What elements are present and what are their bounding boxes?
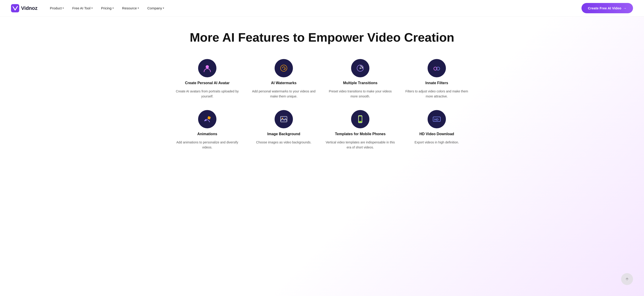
feature-card-hd-video-download: HD HD Video Download Export videos in hi…: [402, 110, 471, 150]
feature-card-innate-filters: Innate Filters Filters to adjust video c…: [402, 59, 471, 99]
feature-name-animations: Animations: [197, 132, 217, 136]
feature-name-image-background: Image Background: [267, 132, 300, 136]
nav-item-resource[interactable]: Resource▾: [119, 4, 142, 12]
feature-name-multiple-transitions: Multiple Transitions: [343, 81, 378, 85]
svg-rect-8: [207, 116, 211, 119]
svg-rect-0: [11, 4, 19, 12]
chevron-down-icon: ▾: [138, 7, 139, 9]
feature-desc-image-background: Choose images as video backgrounds.: [256, 140, 311, 145]
nav-item-free-ai-tool[interactable]: Free AI Tool▾: [69, 4, 96, 12]
filters-icon-wrap: [428, 59, 446, 77]
chevron-down-icon: ▾: [163, 7, 164, 9]
feature-card-image-background: Image Background Choose images as video …: [249, 110, 318, 150]
feature-card-ai-watermarks: AI Watermarks Add personal watermarks to…: [249, 59, 318, 99]
create-free-ai-video-button[interactable]: Create Free AI Video →: [582, 3, 633, 13]
page-title: More AI Features to Empower Video Creati…: [173, 30, 471, 44]
feature-name-create-personal-ai-avatar: Create Personal AI Avatar: [185, 81, 230, 85]
avatar-icon-wrap: [198, 59, 216, 77]
feature-name-ai-watermarks: AI Watermarks: [271, 81, 296, 85]
svg-point-14: [360, 121, 361, 122]
animations-icon-wrap: [198, 110, 216, 128]
feature-name-hd-video-download: HD Video Download: [419, 132, 454, 136]
feature-desc-innate-filters: Filters to adjust video colors and make …: [402, 89, 471, 99]
features-grid: Create Personal AI Avatar Create AI avat…: [173, 59, 471, 150]
svg-text:HD: HD: [434, 118, 438, 121]
chevron-down-icon: ▾: [62, 7, 64, 9]
main-content: More AI Features to Empower Video Creati…: [162, 16, 482, 168]
svg-point-3: [280, 65, 287, 71]
image-bg-icon-wrap: [274, 110, 293, 128]
feature-desc-templates-mobile: Vertical video templates are indispensab…: [326, 140, 395, 150]
feature-name-innate-filters: Innate Filters: [425, 81, 448, 85]
navbar: Vidnoz Product▾Free AI Tool▾Pricing▾Reso…: [0, 0, 644, 16]
svg-point-11: [282, 118, 283, 119]
nav-item-pricing[interactable]: Pricing▾: [98, 4, 117, 12]
feature-desc-ai-watermarks: Add personal watermarks to your videos a…: [249, 89, 318, 99]
svg-point-5: [360, 68, 361, 69]
nav-item-product[interactable]: Product▾: [47, 4, 67, 12]
watermark-icon-wrap: [274, 59, 293, 77]
transitions-icon-wrap: [351, 59, 370, 77]
chevron-down-icon: ▾: [112, 7, 114, 9]
nav-item-company[interactable]: Company▾: [144, 4, 168, 12]
feature-card-multiple-transitions: Multiple Transitions Preset video transi…: [326, 59, 395, 99]
feature-desc-animations: Add animations to personalize and divers…: [173, 140, 242, 150]
feature-card-animations: Animations Add animations to personalize…: [173, 110, 242, 150]
feature-card-templates-mobile: Templates for Mobile Phones Vertical vid…: [326, 110, 395, 150]
logo-text: Vidnoz: [21, 5, 38, 11]
nav-links: Product▾Free AI Tool▾Pricing▾Resource▾Co…: [47, 4, 582, 12]
feature-desc-multiple-transitions: Preset video transitions to make your vi…: [326, 89, 395, 99]
svg-point-2: [206, 65, 209, 68]
scroll-to-top-button[interactable]: [621, 273, 633, 285]
feature-desc-create-personal-ai-avatar: Create AI avatars from portraits uploade…: [173, 89, 242, 99]
logo-icon: [11, 4, 19, 12]
feature-desc-hd-video-download: Export videos in high definition.: [414, 140, 459, 145]
svg-point-1: [12, 6, 14, 7]
feature-card-create-personal-ai-avatar: Create Personal AI Avatar Create AI avat…: [173, 59, 242, 99]
mobile-icon-wrap: [351, 110, 370, 128]
feature-name-templates-mobile: Templates for Mobile Phones: [335, 132, 386, 136]
svg-rect-13: [359, 116, 362, 121]
hd-icon-wrap: HD: [428, 110, 446, 128]
logo[interactable]: Vidnoz: [11, 4, 38, 12]
arrow-up-icon: [624, 277, 630, 282]
chevron-down-icon: ▾: [92, 7, 93, 9]
